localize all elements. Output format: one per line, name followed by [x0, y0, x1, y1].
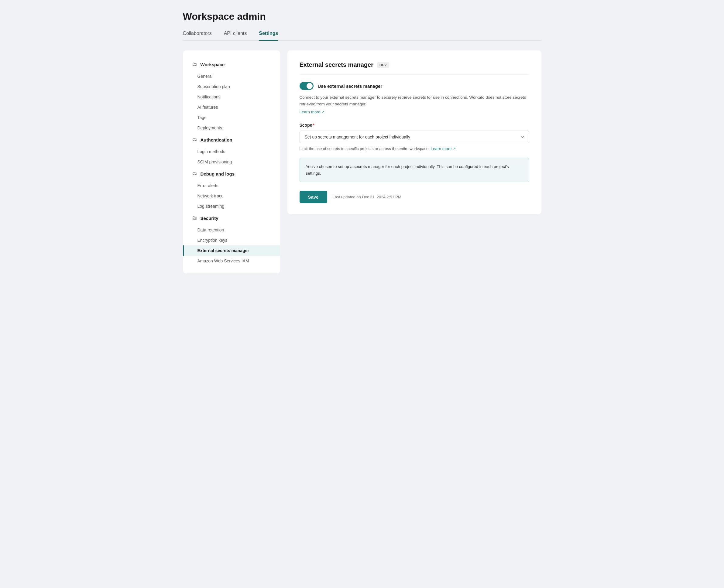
last-updated: Last updated on Dec 31, 2024 2:51 PM	[333, 195, 401, 199]
debug-icon: 🗂	[191, 171, 198, 177]
sidebar-item-general[interactable]: General	[183, 71, 280, 81]
sidebar: 🗂 Workspace General Subscription plan No…	[183, 50, 280, 273]
save-row: Save Last updated on Dec 31, 2024 2:51 P…	[299, 191, 529, 203]
sidebar-item-log-streaming[interactable]: Log streaming	[183, 201, 280, 211]
dev-badge: DEV	[377, 62, 389, 68]
external-link-icon-1: ↗	[322, 110, 325, 114]
tab-collaborators[interactable]: Collaborators	[183, 31, 212, 41]
toggle-label: Use external secrets manager	[318, 84, 382, 89]
authentication-icon: 🗂	[191, 137, 198, 143]
sidebar-item-error-alerts[interactable]: Error alerts	[183, 181, 280, 191]
sidebar-item-data-retention[interactable]: Data retention	[183, 225, 280, 235]
sidebar-item-encryption-keys[interactable]: Encryption keys	[183, 235, 280, 246]
tab-api-clients[interactable]: API clients	[224, 31, 247, 41]
scope-hint: Limit the use of secrets to specific pro…	[299, 146, 529, 151]
main-content-panel: External secrets manager DEV Use externa…	[287, 50, 541, 214]
sidebar-item-aws-iam[interactable]: Amazon Web Services IAM	[183, 256, 280, 266]
scope-label: Scope*	[299, 123, 529, 128]
sidebar-item-subscription-plan[interactable]: Subscription plan	[183, 81, 280, 92]
workspace-icon: 🗂	[191, 61, 198, 67]
toggle-row: Use external secrets manager	[299, 82, 529, 90]
content-area: 🗂 Workspace General Subscription plan No…	[183, 50, 541, 273]
sidebar-item-deployments[interactable]: Deployments	[183, 123, 280, 133]
sidebar-section-authentication: 🗂 Authentication	[183, 133, 280, 146]
section-title: External secrets manager	[299, 61, 373, 68]
sidebar-item-notifications[interactable]: Notifications	[183, 92, 280, 102]
section-header: External secrets manager DEV	[299, 61, 529, 75]
use-external-secrets-toggle[interactable]	[299, 82, 313, 90]
scope-learn-more-link[interactable]: Learn more ↗	[431, 146, 456, 151]
sidebar-section-workspace: 🗂 Workspace	[183, 58, 280, 71]
info-box: You've chosen to set up a secrets manage…	[299, 158, 529, 182]
tab-settings[interactable]: Settings	[259, 31, 278, 41]
sidebar-section-security: 🗂 Security	[183, 211, 280, 225]
sidebar-item-ai-features[interactable]: AI features	[183, 102, 280, 112]
sidebar-item-login-methods[interactable]: Login methods	[183, 146, 280, 157]
description-text: Connect to your external secrets manager…	[299, 94, 529, 107]
page-title: Workspace admin	[183, 11, 541, 22]
external-link-icon-2: ↗	[453, 147, 456, 151]
scope-select[interactable]: Set up secrets management for each proje…	[299, 131, 529, 143]
learn-more-link-1[interactable]: Learn more ↗	[299, 110, 325, 114]
security-icon: 🗂	[191, 215, 198, 221]
tab-bar: Collaborators API clients Settings	[183, 31, 541, 41]
sidebar-item-tags[interactable]: Tags	[183, 112, 280, 123]
sidebar-item-network-trace[interactable]: Network trace	[183, 191, 280, 201]
sidebar-item-scim-provisioning[interactable]: SCIM provisioning	[183, 157, 280, 167]
sidebar-section-debug: 🗂 Debug and logs	[183, 167, 280, 181]
save-button[interactable]: Save	[299, 191, 327, 203]
sidebar-item-external-secrets-manager[interactable]: External secrets manager	[183, 246, 280, 256]
required-star: *	[313, 123, 314, 128]
